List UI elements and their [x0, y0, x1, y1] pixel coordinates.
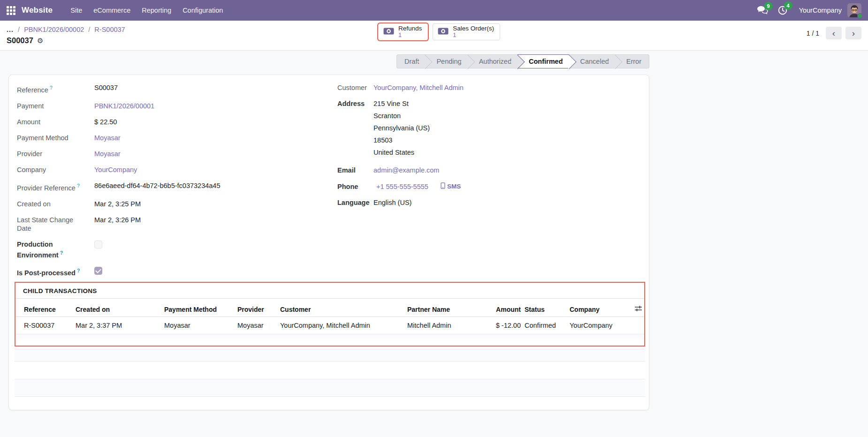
activities-icon[interactable]: 4	[777, 5, 788, 15]
pager-previous-button[interactable]	[826, 27, 842, 39]
menu-reporting[interactable]: Reporting	[136, 3, 177, 17]
company-link[interactable]: YourCompany	[94, 166, 137, 174]
customer-link[interactable]: YourCompany, Mitchell Admin	[373, 83, 464, 92]
field-production-environment: Production Environment?	[17, 236, 322, 263]
user-avatar[interactable]	[847, 3, 861, 17]
address-street: 215 Vine St	[373, 99, 430, 108]
messages-badge: 9	[764, 2, 773, 10]
last-state-change-date-value: Mar 2, 3:26 PM	[94, 216, 141, 224]
smart-buttons: Refunds 1 Sales Order(s) 1	[378, 23, 500, 40]
menu-ecommerce[interactable]: eCommerce	[88, 3, 136, 17]
payment-method-label: Payment Method	[17, 134, 87, 142]
pager-next-button[interactable]	[845, 27, 861, 39]
field-last-state-change-date: Last State Change Date Mar 2, 3:26 PM	[17, 212, 322, 236]
company-label: Company	[17, 166, 87, 174]
cell-partner-name[interactable]: Mitchell Admin	[400, 317, 475, 334]
phone-label: Phone	[337, 182, 366, 191]
breadcrumb-link-parent[interactable]: PBNK1/2026/00002	[24, 26, 84, 33]
top-navbar: Website Site eCommerce Reporting Configu…	[0, 0, 868, 21]
payment-method-link[interactable]: Moyasar	[94, 134, 121, 142]
cell-provider[interactable]: Moyasar	[230, 317, 273, 334]
cell-reference[interactable]: R-S00037	[15, 317, 68, 334]
created-on-label: Created on	[17, 200, 87, 208]
customer-label: Customer	[337, 83, 366, 92]
cell-status[interactable]: Confirmed	[521, 317, 570, 334]
statusbar-step-authorized[interactable]: Authorized	[468, 54, 518, 68]
email-label: Email	[337, 166, 366, 174]
form-view: Draft Pending Authorized Confirmed Cance…	[0, 51, 868, 437]
col-status[interactable]: Status	[521, 299, 570, 317]
col-reference[interactable]: Reference	[15, 299, 68, 317]
help-icon[interactable]: ?	[77, 183, 80, 188]
messages-icon[interactable]: 9	[757, 6, 768, 15]
production-environment-checkbox[interactable]	[94, 241, 102, 249]
child-transactions-section: CHILD TRANSACTIONS Reference Created on …	[15, 282, 645, 347]
app-name[interactable]: Website	[22, 6, 53, 15]
gear-icon[interactable]	[37, 37, 43, 44]
address-label: Address	[337, 99, 366, 108]
menu-configuration[interactable]: Configuration	[177, 3, 228, 17]
money-icon	[438, 28, 449, 36]
company-switcher[interactable]: YourCompany	[799, 7, 842, 14]
email-link[interactable]: admin@example.com	[373, 166, 439, 174]
page-title: S00037	[7, 36, 33, 45]
payment-label: Payment	[17, 102, 87, 110]
payment-link[interactable]: PBNK1/2026/00001	[94, 102, 154, 110]
provider-reference-value: 86e6aeed-df64-4b72-b6b5-fc0373234a45	[94, 181, 220, 190]
field-email: Email admin@example.com	[337, 162, 638, 178]
is-post-processed-checkbox[interactable]	[94, 267, 102, 275]
sms-label: SMS	[447, 183, 461, 190]
cell-company[interactable]: YourCompany	[570, 317, 634, 334]
cell-amount[interactable]: $ -12.00	[475, 317, 521, 334]
address-zip: 18503	[373, 134, 430, 146]
menu-site[interactable]: Site	[65, 3, 88, 17]
col-partner-name[interactable]: Partner Name	[400, 299, 475, 317]
refunds-button[interactable]: Refunds 1	[378, 23, 428, 40]
breadcrumb-link-previous[interactable]: R-S00037	[94, 26, 125, 33]
field-address: Address 215 Vine St Scranton Pennsylvani…	[337, 96, 638, 162]
field-payment-method: Payment Method Moyasar	[17, 130, 322, 146]
table-row[interactable]: R-S00037 Mar 2, 3:37 PM Moyasar Moyasar …	[15, 317, 644, 334]
help-icon[interactable]: ?	[50, 85, 53, 90]
field-phone: Phone +1 555-555-5555 SMS	[337, 178, 638, 195]
help-icon[interactable]: ?	[77, 268, 80, 273]
field-customer: Customer YourCompany, Mitchell Admin	[337, 80, 638, 96]
cell-customer[interactable]: YourCompany, Mitchell Admin	[273, 317, 400, 334]
optional-columns-icon[interactable]	[634, 299, 644, 317]
empty-list-row	[15, 379, 645, 397]
sms-button[interactable]: SMS	[438, 182, 464, 191]
col-company[interactable]: Company	[570, 299, 634, 317]
production-environment-label: Production Environment	[17, 241, 59, 259]
col-amount[interactable]: Amount	[475, 299, 521, 317]
breadcrumb-collapsed-button[interactable]: ...	[7, 26, 14, 33]
sales-orders-button[interactable]: Sales Order(s) 1	[433, 23, 500, 40]
address-country: United States	[373, 146, 430, 158]
col-provider[interactable]: Provider	[230, 299, 273, 317]
phone-link[interactable]: +1 555-555-5555	[376, 182, 428, 191]
statusbar-step-confirmed[interactable]: Confirmed	[518, 54, 569, 68]
address-value: 215 Vine St Scranton Pennsylvania (US) 1…	[373, 99, 430, 158]
provider-label: Provider	[17, 150, 87, 158]
col-created-on[interactable]: Created on	[68, 299, 157, 317]
table-header-row: Reference Created on Payment Method Prov…	[15, 299, 644, 317]
help-icon[interactable]: ?	[60, 250, 63, 256]
control-panel: ... PBNK1/2026/00002 R-S00037 S00037 Ref…	[0, 21, 868, 51]
pager-counter: 1 / 1	[807, 30, 819, 37]
field-payment: Payment PBNK1/2026/00001	[17, 98, 322, 114]
reference-label: Reference	[17, 86, 48, 94]
sales-orders-count: 1	[453, 32, 456, 39]
online-status-dot	[857, 13, 863, 19]
refunds-label: Refunds	[398, 25, 422, 32]
provider-link[interactable]: Moyasar	[94, 150, 121, 158]
apps-grid-icon[interactable]	[7, 6, 15, 15]
cell-created-on[interactable]: Mar 2, 3:37 PM	[68, 317, 157, 334]
statusbar-step-draft[interactable]: Draft	[396, 54, 425, 68]
cell-payment-method[interactable]: Moyasar	[157, 317, 230, 334]
amount-label: Amount	[17, 118, 87, 126]
money-icon	[383, 28, 394, 36]
empty-list-row	[15, 349, 645, 362]
col-customer[interactable]: Customer	[273, 299, 400, 317]
col-payment-method[interactable]: Payment Method	[157, 299, 230, 317]
breadcrumb-separator	[18, 26, 20, 33]
provider-reference-label: Provider Reference	[17, 184, 76, 192]
